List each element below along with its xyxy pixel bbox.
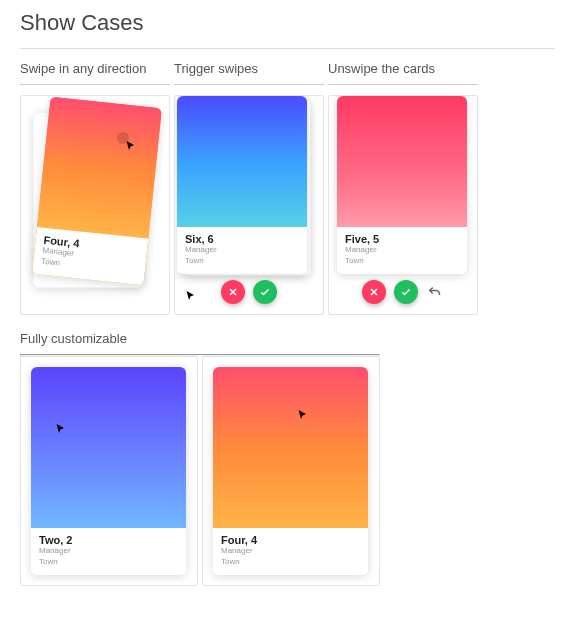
trigger-card[interactable]: Six, 6 Manager Town [177,96,307,274]
divider [20,48,555,49]
accept-button[interactable] [253,280,277,304]
card-town: Town [221,557,360,567]
card-meta: Four, 4 Manager Town [213,528,368,575]
card-town: Town [345,256,459,266]
unswipe-card[interactable]: Five, 5 Manager Town [337,96,467,274]
card-name: Five, 5 [345,233,459,245]
card-gradient [37,97,162,239]
divider [328,84,478,85]
card-role: Manager [185,245,299,255]
column-swipe: Swipe in any direction Four, 4 Manager T… [20,61,170,315]
divider [20,84,170,85]
card-meta: Six, 6 Manager Town [177,227,307,274]
action-buttons [175,280,323,304]
page-title: Show Cases [20,10,555,36]
preview-trigger[interactable]: Six, 6 Manager Town [174,95,324,315]
card-name: Four, 4 [221,534,360,546]
preview-swipe[interactable]: Four, 4 Manager Town [20,95,170,315]
card-role: Manager [345,245,459,255]
custom-card-right[interactable]: Four, 4 Manager Town [213,367,368,575]
reject-button[interactable] [362,280,386,304]
action-buttons [329,280,477,304]
undo-button[interactable] [426,283,444,301]
section-fully: Fully customizable Two, 2 Manager Town F… [20,331,380,586]
reject-button[interactable] [221,280,245,304]
swipe-card[interactable]: Four, 4 Manager Town [32,97,162,286]
column-unswipe: Unswipe the cards Five, 5 Manager Town [328,61,478,315]
drag-indicator [117,132,129,144]
divider [174,84,324,85]
card-town: Town [185,256,299,266]
preview-custom-right[interactable]: Four, 4 Manager Town [202,356,380,586]
card-name: Six, 6 [185,233,299,245]
preview-custom-left[interactable]: Two, 2 Manager Town [20,356,198,586]
custom-card-left[interactable]: Two, 2 Manager Town [31,367,186,575]
preview-unswipe[interactable]: Five, 5 Manager Town [328,95,478,315]
card-meta: Five, 5 Manager Town [337,227,467,274]
card-gradient [213,367,368,528]
column-trigger: Trigger swipes Six, 6 Manager Town [174,61,324,315]
card-gradient [31,367,186,528]
column-heading: Trigger swipes [174,61,324,76]
card-role: Manager [221,546,360,556]
fully-row: Two, 2 Manager Town Four, 4 Manager Town [20,356,380,586]
cursor-icon [185,288,195,298]
column-heading: Unswipe the cards [328,61,478,76]
card-gradient [337,96,467,227]
card-gradient [177,96,307,227]
accept-button[interactable] [394,280,418,304]
card-role: Manager [39,546,178,556]
column-heading: Swipe in any direction [20,61,170,76]
examples-row: Swipe in any direction Four, 4 Manager T… [20,61,555,315]
section-heading: Fully customizable [20,331,380,346]
card-town: Town [39,557,178,567]
card-meta: Two, 2 Manager Town [31,528,186,575]
card-name: Two, 2 [39,534,178,546]
